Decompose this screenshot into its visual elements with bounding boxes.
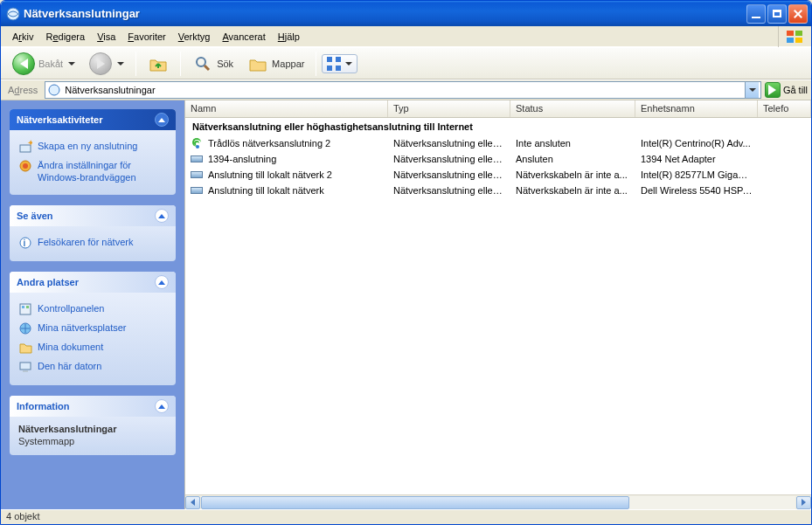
menu-advanced[interactable]: Avancerat <box>216 29 271 45</box>
svg-rect-1 <box>787 31 794 36</box>
connection-device: Dell Wireless 5540 HSPA ... <box>635 185 758 196</box>
app-icon <box>6 7 20 21</box>
link-my-documents[interactable]: Mina dokument <box>18 338 167 357</box>
control-panel-icon <box>18 302 32 316</box>
svg-rect-18 <box>20 363 31 370</box>
address-field[interactable]: Nätverksanslutningar <box>45 81 761 99</box>
svg-point-7 <box>49 85 59 95</box>
lan-icon <box>191 185 205 196</box>
status-text: 4 objekt <box>6 511 40 522</box>
network-places-icon <box>18 321 32 335</box>
svg-rect-14 <box>20 304 31 314</box>
column-name[interactable]: Namn <box>185 100 388 117</box>
svg-rect-4 <box>795 38 802 43</box>
list-view: Namn Typ Status Enhetsnamn Telefo Nätver… <box>184 100 811 509</box>
address-label: Adress <box>4 85 41 95</box>
connection-type: Nätverksanslutning eller ... <box>388 154 510 164</box>
scroll-left-button[interactable] <box>185 496 200 509</box>
documents-icon <box>18 341 32 355</box>
panel-other-places: Andra platser Kontrollpanelen Mina nätve… <box>10 272 176 385</box>
connection-device: 1394 Net Adapter <box>635 154 758 164</box>
maximize-button[interactable] <box>767 4 787 24</box>
connection-type: Nätverksanslutning eller ... <box>388 169 510 180</box>
panel-header[interactable]: Information <box>10 396 176 417</box>
menubar: Arkiv Redigera Visa Favoriter Verktyg Av… <box>1 26 811 47</box>
toolbar: Bakåt Sök Mappar <box>1 47 811 79</box>
scroll-track[interactable] <box>201 496 795 509</box>
panel-header[interactable]: Andra platser <box>10 272 176 293</box>
column-device[interactable]: Enhetsnamn <box>635 100 758 117</box>
menu-file[interactable]: Arkiv <box>6 29 39 45</box>
horizontal-scrollbar[interactable] <box>185 494 811 509</box>
svg-point-11 <box>23 163 28 169</box>
svg-point-0 <box>7 8 19 20</box>
menu-edit[interactable]: Redigera <box>39 29 91 45</box>
titlebar: Nätverksanslutningar <box>1 1 811 26</box>
collapse-icon <box>155 399 169 413</box>
column-status[interactable]: Status <box>510 100 635 117</box>
up-button[interactable] <box>142 50 175 78</box>
connection-device: Intel(R) Centrino(R) Adv... <box>635 138 758 149</box>
svg-rect-3 <box>787 38 794 43</box>
info-icon: i <box>18 236 32 250</box>
menu-help[interactable]: Hjälp <box>272 29 306 45</box>
task-create-connection[interactable]: ✦ Skapa en ny anslutning <box>18 137 167 156</box>
connection-row[interactable]: Trådlös nätverksanslutning 2Nätverksansl… <box>185 135 811 151</box>
menu-view[interactable]: Visa <box>91 29 121 45</box>
collapse-icon <box>155 209 169 223</box>
search-button[interactable]: Sök <box>186 50 239 78</box>
back-arrow-icon <box>12 52 35 75</box>
lan-icon <box>191 154 205 164</box>
forward-button[interactable] <box>83 49 130 79</box>
svg-rect-2 <box>795 31 802 36</box>
firewall-icon <box>18 159 32 173</box>
folders-button[interactable]: Mappar <box>241 50 310 78</box>
lan-icon <box>191 169 205 180</box>
folder-up-icon <box>148 53 169 74</box>
connection-type: Nätverksanslutning eller ... <box>388 185 510 196</box>
panel-header[interactable]: Se även <box>10 205 176 226</box>
column-headers: Namn Typ Status Enhetsnamn Telefo <box>185 100 811 118</box>
toolbar-separator <box>135 52 136 76</box>
go-button[interactable]: Gå till <box>765 82 808 98</box>
minimize-button[interactable] <box>746 4 766 24</box>
back-button[interactable]: Bakåt <box>6 49 81 79</box>
close-button[interactable] <box>788 4 808 24</box>
forward-arrow-icon <box>89 52 112 75</box>
link-network-troubleshooter[interactable]: i Felsökaren för nätverk <box>18 233 167 252</box>
window-title: Nätverksanslutningar <box>24 7 746 20</box>
info-heading: Nätverksanslutningar <box>18 424 167 434</box>
svg-text:i: i <box>24 238 26 248</box>
connection-row[interactable]: Anslutning till lokalt nätverk 2Nätverks… <box>185 167 811 183</box>
connection-status: Ansluten <box>510 154 635 164</box>
column-telefon[interactable]: Telefo <box>758 100 811 117</box>
link-control-panel[interactable]: Kontrollpanelen <box>18 300 167 319</box>
column-type[interactable]: Typ <box>388 100 510 117</box>
menu-favorites[interactable]: Favoriter <box>121 29 171 45</box>
link-network-places[interactable]: Mina nätverksplatser <box>18 319 167 338</box>
svg-rect-15 <box>22 306 24 308</box>
svg-line-6 <box>205 66 209 70</box>
connection-row[interactable]: Anslutning till lokalt nätverkNätverksan… <box>185 183 811 198</box>
group-header: Nätverksanslutning eller höghastighetsan… <box>185 118 811 135</box>
panel-information: Information Nätverksanslutningar Systemm… <box>10 396 176 455</box>
toolbar-separator <box>316 52 316 76</box>
windows-flag-icon <box>778 26 809 47</box>
scroll-thumb[interactable] <box>201 496 629 509</box>
go-arrow-icon <box>765 82 781 98</box>
address-dropdown[interactable] <box>745 82 759 98</box>
connection-row[interactable]: 1394-anslutningNätverksanslutning eller … <box>185 151 811 167</box>
views-button[interactable] <box>322 54 357 73</box>
task-firewall-settings[interactable]: Ändra inställningar för Windows-brandväg… <box>18 156 167 186</box>
panel-header[interactable]: Nätverksaktiviteter <box>10 109 176 130</box>
wireless-icon <box>191 136 205 150</box>
computer-icon <box>18 360 32 374</box>
connection-type: Nätverksanslutning eller ... <box>388 138 510 149</box>
menu-tools[interactable]: Verktyg <box>172 29 217 45</box>
scroll-right-button[interactable] <box>796 496 811 509</box>
address-value: Nätverksanslutningar <box>65 85 745 95</box>
connection-name: Anslutning till lokalt nätverk 2 <box>208 169 332 180</box>
collapse-icon <box>155 275 169 289</box>
svg-text:✦: ✦ <box>27 140 32 148</box>
link-my-computer[interactable]: Den här datorn <box>18 357 167 376</box>
